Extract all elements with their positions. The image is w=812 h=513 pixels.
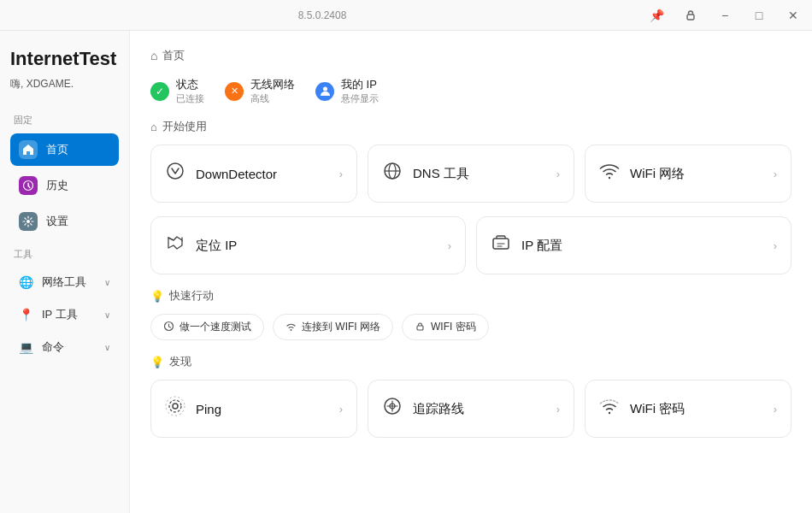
titlebar: 8.5.0.2408 📌 − □ ✕ xyxy=(0,0,812,31)
status-item-wifi[interactable]: ✕ 无线网络 高线 xyxy=(225,77,295,105)
quick-actions-icon: 💡 xyxy=(150,290,164,303)
sidebar-history-label: 历史 xyxy=(46,178,68,193)
ip-config-label: IP 配置 xyxy=(521,238,562,254)
dns-label: DNS 工具 xyxy=(413,166,469,182)
sidebar: InternetTest 嗨, XDGAME. 固定 首页 历史 xyxy=(0,31,130,513)
quick-actions-list: 做一个速度测试 连接到 WIFI 网络 xyxy=(150,314,791,340)
locate-ip-label: 定位 IP xyxy=(196,238,237,254)
dns-arrow: › xyxy=(556,168,560,180)
svg-point-12 xyxy=(173,404,178,409)
get-started-header: ⌂ 开始使用 xyxy=(150,119,791,134)
card-ip-config[interactable]: IP 配置 › xyxy=(476,216,791,274)
card-ping[interactable]: Ping › xyxy=(150,380,357,438)
quick-actions-header: 💡 快速行动 xyxy=(150,288,791,304)
svg-point-3 xyxy=(323,87,327,91)
svg-point-17 xyxy=(609,412,610,414)
traceroute-icon xyxy=(382,396,403,422)
status-label: 状态 xyxy=(176,77,204,92)
chevron-down-icon-3: ∨ xyxy=(104,343,110,352)
sidebar-settings-label: 设置 xyxy=(46,214,68,229)
app-subtitle: 嗨, XDGAME. xyxy=(10,77,119,91)
sidebar-item-history[interactable]: 历史 xyxy=(10,169,119,202)
wifi-network-label: WiFi 网络 xyxy=(630,166,685,182)
status-item-connection[interactable]: ✓ 状态 已连接 xyxy=(150,77,204,105)
myip-icon xyxy=(315,82,334,101)
wifi-password-label: WIFI 密码 xyxy=(431,320,476,334)
pin-button[interactable]: 📌 xyxy=(648,7,665,24)
card-locate-ip[interactable]: 定位 IP › xyxy=(150,216,466,274)
sidebar-item-network-tools[interactable]: 🌐 网络工具 ∨ xyxy=(10,268,119,297)
speed-test-label: 做一个速度测试 xyxy=(179,320,251,334)
svg-point-14 xyxy=(166,397,185,416)
downdetector-arrow: › xyxy=(339,168,343,180)
status-sublabel: 已连接 xyxy=(176,92,204,105)
maximize-button[interactable]: □ xyxy=(750,7,768,24)
speed-test-icon xyxy=(163,321,174,334)
discover-cards: Ping › 追踪路线 › xyxy=(150,380,791,438)
wifi-network-arrow: › xyxy=(774,168,777,180)
card-wifi-network[interactable]: WiFi 网络 › xyxy=(585,144,791,203)
ping-icon xyxy=(165,396,185,422)
svg-point-7 xyxy=(609,177,610,179)
quick-connect-wifi[interactable]: 连接到 WIFI 网络 xyxy=(273,314,393,340)
wifi-password2-arrow: › xyxy=(774,403,777,416)
sidebar-item-settings[interactable]: 设置 xyxy=(10,205,119,238)
settings-icon xyxy=(19,212,38,231)
network-tools-icon: 🌐 xyxy=(19,275,33,289)
wifi-network-icon xyxy=(599,161,620,186)
svg-point-2 xyxy=(26,220,30,223)
status-item-myip[interactable]: 我的 IP 悬停显示 xyxy=(315,77,379,105)
breadcrumb-home-icon: ⌂ xyxy=(150,49,157,62)
wifi-status-icon: ✕ xyxy=(225,82,244,101)
myip-sublabel: 悬停显示 xyxy=(341,92,379,105)
svg-rect-11 xyxy=(417,326,423,330)
status-row: ✓ 状态 已连接 ✕ 无线网络 高线 xyxy=(150,77,791,105)
version-label: 8.5.0.2408 xyxy=(298,9,347,21)
close-button[interactable]: ✕ xyxy=(785,7,802,24)
wifi-label: 无线网络 xyxy=(250,77,295,92)
app-title: InternetTest xyxy=(10,48,119,70)
downdetector-label: DownDetector xyxy=(196,167,277,181)
lock-button[interactable] xyxy=(682,7,699,24)
discover-header: 💡 发现 xyxy=(150,354,791,369)
ping-label: Ping xyxy=(196,402,221,416)
card-downdetector[interactable]: DownDetector › xyxy=(150,144,357,203)
locate-ip-arrow: › xyxy=(448,239,451,252)
get-started-icon: ⌂ xyxy=(150,121,157,133)
chevron-down-icon: ∨ xyxy=(104,278,110,287)
downdetector-icon xyxy=(165,161,185,186)
connect-wifi-label: 连接到 WIFI 网络 xyxy=(302,320,380,334)
connected-icon: ✓ xyxy=(150,82,169,101)
sidebar-home-label: 首页 xyxy=(46,142,68,157)
wifi-password2-icon xyxy=(599,396,620,422)
ip-config-icon xyxy=(491,233,511,258)
quick-wifi-password[interactable]: WIFI 密码 xyxy=(402,314,489,340)
sidebar-item-ip-tools[interactable]: 📍 IP 工具 ∨ xyxy=(10,300,119,329)
svg-rect-0 xyxy=(687,15,694,20)
network-tools-label: 网络工具 xyxy=(42,274,86,290)
card-wifi-password[interactable]: WiFi 密码 › xyxy=(585,380,791,438)
quick-speed-test[interactable]: 做一个速度测试 xyxy=(150,314,264,340)
svg-point-10 xyxy=(291,329,292,331)
ip-tool-cards: 定位 IP › IP 配置 › xyxy=(150,216,791,274)
connect-wifi-icon xyxy=(285,321,297,334)
minimize-button[interactable]: − xyxy=(716,7,733,24)
main-tool-cards: DownDetector › DNS 工具 › xyxy=(150,144,791,203)
command-label: 命令 xyxy=(42,339,64,355)
window-controls: 📌 − □ ✕ xyxy=(648,7,802,24)
home-icon xyxy=(19,140,38,159)
discover-icon: 💡 xyxy=(150,356,164,369)
wifi-password-icon xyxy=(415,321,426,334)
card-traceroute[interactable]: 追踪路线 › xyxy=(368,380,574,438)
get-started-label: 开始使用 xyxy=(162,119,207,134)
discover-label: 发现 xyxy=(169,354,191,369)
command-icon: 💻 xyxy=(19,340,33,354)
myip-label: 我的 IP xyxy=(341,77,379,92)
sidebar-item-home[interactable]: 首页 xyxy=(10,133,119,166)
card-dns[interactable]: DNS 工具 › xyxy=(368,144,574,203)
sidebar-item-command[interactable]: 💻 命令 ∨ xyxy=(10,333,119,362)
ping-arrow: › xyxy=(339,403,343,416)
main-content: ⌂ 首页 ✓ 状态 已连接 ✕ 无线网络 高线 xyxy=(130,31,812,513)
ip-config-arrow: › xyxy=(774,239,777,252)
wifi-sublabel: 高线 xyxy=(250,92,295,105)
